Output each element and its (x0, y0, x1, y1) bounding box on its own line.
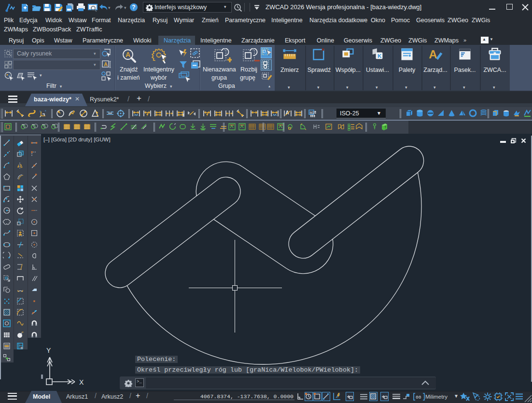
svg-text:K: K (378, 53, 382, 59)
svg-text:A: A (104, 61, 108, 67)
svg-text:A: A (429, 48, 437, 61)
svg-text:?: ? (384, 125, 386, 129)
svg-text:M2: M2 (310, 111, 315, 114)
svg-text:X: X (79, 378, 84, 386)
svg-text:00: 00 (416, 395, 421, 400)
svg-text:A: A (126, 51, 130, 58)
svg-text:Y: Y (46, 347, 51, 354)
svg-text:x: x (45, 109, 46, 112)
svg-text:y: y (40, 110, 41, 112)
